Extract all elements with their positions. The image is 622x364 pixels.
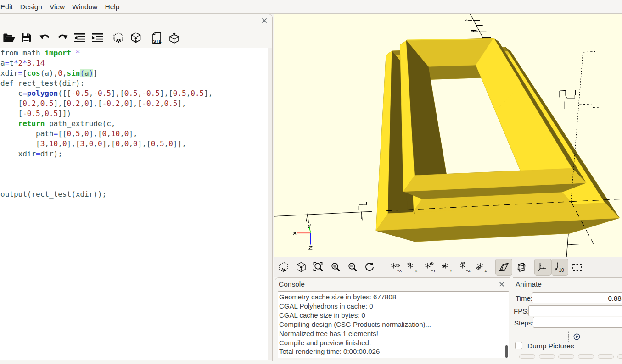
save-button[interactable] — [17, 28, 35, 47]
animate-pill — [519, 354, 535, 359]
animate-pill — [558, 354, 574, 359]
code-line: path=[[0,5,0],[0,10,0], — [0, 129, 268, 139]
menu-item-help[interactable]: Help — [101, 0, 123, 14]
view-top-button[interactable]: +Z — [457, 259, 474, 276]
editor-scrollbar[interactable] — [268, 48, 272, 360]
animate-panel: Animate Time: FPS: Steps: Dump Pictures — [513, 277, 622, 364]
export-stl-icon: STL — [151, 32, 162, 44]
time-input[interactable] — [532, 292, 622, 303]
view-top-icon: +Z — [459, 262, 471, 272]
code-line: def rect_test(dir): — [0, 78, 268, 88]
zoom-all-button[interactable] — [310, 259, 327, 276]
indent-button[interactable] — [89, 28, 106, 47]
animate-pill — [617, 354, 622, 359]
orientation-gizmo — [293, 225, 312, 249]
splitter-line[interactable] — [510, 277, 510, 364]
view-bottom-icon: -Z — [476, 262, 488, 272]
steps-input[interactable] — [533, 317, 622, 328]
dump-pictures-label: Dump Pictures — [527, 342, 574, 350]
animate-pill — [598, 354, 614, 359]
console-title: Console — [279, 280, 305, 288]
viewport-canvas[interactable] — [274, 14, 622, 257]
console-scrollbar-thumb[interactable] — [505, 345, 508, 358]
view-left-icon: -X — [407, 262, 419, 272]
svg-text:10: 10 — [559, 267, 565, 272]
animate-title: Animate — [516, 280, 542, 288]
fps-input[interactable] — [528, 305, 622, 316]
render-icon — [130, 32, 142, 44]
redo-icon — [56, 33, 68, 43]
viewport-toolbar: +X-X+Y-Y+Z-Z10 — [274, 257, 622, 277]
undo-icon — [39, 33, 51, 43]
code-editor[interactable]: from math import *a=t*2*3.14xdir=[cos(a)… — [0, 48, 268, 360]
menu-item-design[interactable]: Design — [17, 0, 46, 14]
close-icon — [499, 281, 505, 287]
editor-panel: STL from math import *a=t*2*3.14xdir=[co… — [0, 14, 273, 361]
editor-toolbar: STL — [0, 28, 272, 47]
console-line: Total rendering time: 0:00:00.026 — [279, 347, 509, 356]
zoom-in-icon — [330, 262, 341, 273]
code-line — [0, 159, 268, 169]
export3d-button[interactable] — [165, 28, 183, 47]
svg-text:+X: +X — [397, 269, 402, 273]
console-close-button[interactable] — [499, 281, 505, 287]
vp-render-button[interactable] — [293, 259, 310, 276]
code-line: xdir=dir); — [0, 149, 268, 159]
play-button[interactable] — [568, 331, 585, 342]
orthographic-button[interactable] — [513, 259, 530, 276]
show-axes-button[interactable] — [534, 259, 551, 276]
editor-close-button[interactable] — [261, 17, 268, 24]
view-front-icon: -Y — [442, 262, 454, 272]
console-output[interactable]: Geometry cache size in bytes: 677808CGAL… — [278, 291, 509, 358]
svg-text:-Y: -Y — [448, 269, 453, 273]
export-stl-button[interactable]: STL — [148, 28, 165, 47]
console-line: Geometry cache size in bytes: 677808 — [279, 292, 509, 302]
animate-pill — [578, 354, 594, 359]
undo-button[interactable] — [36, 28, 54, 47]
console-panel: Console Geometry cache size in bytes: 67… — [275, 277, 510, 364]
vp-render-icon — [296, 262, 307, 273]
render-button[interactable] — [127, 28, 145, 47]
view-left-button[interactable]: -X — [404, 259, 421, 276]
console-line: Normalized tree has 1 elements! — [279, 329, 509, 338]
code-line — [0, 169, 268, 179]
view-right-icon: +X — [390, 262, 402, 272]
show-scale-button[interactable]: 10 — [551, 259, 568, 276]
preview-icon — [113, 32, 124, 44]
view-back-button[interactable]: +Y — [422, 259, 439, 276]
menu-item-window[interactable]: Window — [68, 0, 101, 14]
perspective-icon — [498, 262, 510, 273]
code-line: a=t*2*3.14 — [0, 58, 268, 68]
open-button[interactable] — [0, 28, 17, 47]
menu-item-view[interactable]: View — [46, 0, 68, 14]
zoom-out-button[interactable] — [344, 259, 361, 276]
console-line: CGAL Polyhedrons in cache: 0 — [279, 302, 509, 311]
code-line: xdir=[cos(a),0,sin(a)] — [0, 68, 268, 78]
indent-icon — [91, 33, 103, 43]
redo-button[interactable] — [54, 28, 71, 47]
time-label: Time: — [516, 294, 532, 302]
code-line: [-0.5,0.5]]) — [0, 109, 268, 119]
perspective-button[interactable] — [495, 259, 512, 276]
unindent-button[interactable] — [71, 28, 89, 47]
zoom-in-button[interactable] — [327, 259, 344, 276]
svg-text:-Z: -Z — [483, 269, 487, 273]
close-icon — [261, 17, 268, 24]
zoom-all-icon — [313, 262, 324, 273]
reset-view-icon — [364, 262, 375, 273]
dump-pictures-checkbox[interactable] — [515, 342, 522, 349]
play-icon — [573, 333, 580, 340]
preview-button[interactable] — [110, 28, 127, 47]
zoom-out-icon — [347, 262, 358, 273]
reset-view-button[interactable] — [361, 259, 378, 276]
view-front-button[interactable]: -Y — [439, 259, 456, 276]
viewport-3d[interactable] — [274, 14, 622, 257]
view-all-button[interactable] — [569, 259, 586, 276]
fps-label: FPS: — [514, 307, 529, 315]
unindent-icon — [74, 33, 86, 43]
vp-preview-button[interactable] — [275, 259, 292, 276]
view-right-button[interactable]: +X — [388, 259, 405, 276]
menu-item-edit[interactable]: Edit — [0, 0, 17, 14]
open-icon — [3, 32, 15, 43]
view-bottom-button[interactable]: -Z — [474, 259, 491, 276]
